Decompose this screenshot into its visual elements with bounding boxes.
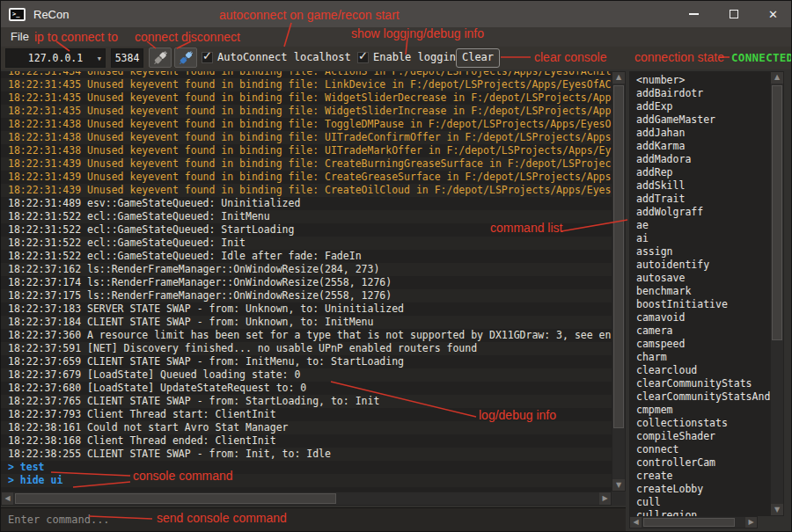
log-line: 18:22:31:438 Unused keyevent found in bi…	[1, 144, 612, 157]
window-title: ReCon	[33, 8, 69, 21]
command-list[interactable]: <number>addBairdotraddExpaddGameMasterad…	[629, 71, 770, 516]
disconnect-button[interactable]	[174, 47, 197, 68]
command-list-item[interactable]: charm	[629, 351, 770, 364]
check-icon: ✓	[358, 49, 368, 62]
log-line: 18:22:37:680 [LoadState] UpdateStateRequ…	[1, 382, 612, 395]
autoconnect-label: AutoConnect localhost	[217, 51, 351, 63]
scrollbar-thumb[interactable]	[643, 518, 735, 527]
command-list-item[interactable]: addKarma	[629, 140, 770, 153]
command-list-item[interactable]: addBairdotr	[629, 87, 770, 100]
logging-label: Enable logging	[373, 51, 462, 63]
scroll-right-icon[interactable]: ▶	[599, 492, 611, 505]
scroll-left-icon[interactable]: ◀	[2, 492, 13, 505]
command-list-item[interactable]: ae	[629, 219, 770, 232]
annotation-connect: connect disconnect	[135, 30, 240, 44]
log-line: 18:22:31:435 Unused keyevent found in bi…	[1, 105, 612, 118]
command-list-item[interactable]: addTrait	[629, 193, 770, 206]
command-list-item[interactable]: ai	[629, 232, 770, 245]
scroll-right-icon[interactable]: ▶	[745, 517, 757, 528]
console-icon: >_	[9, 8, 26, 21]
command-input[interactable]: Enter command...	[1, 507, 626, 532]
command-list-item[interactable]: cull	[629, 496, 770, 509]
log-line: 18:22:31:434 Unused keyevent found in bi…	[1, 71, 612, 78]
log-output[interactable]: 18:22:31:434 Unused keyevent found in bi…	[1, 71, 612, 492]
command-list-item[interactable]: addSkill	[629, 179, 770, 193]
minimize-icon	[689, 13, 699, 15]
scroll-down-icon[interactable]: ▼	[612, 479, 625, 491]
command-list-item[interactable]: connect	[629, 443, 770, 456]
log-line: 18:22:38:255 CLIENT STATE SWAP - from: I…	[1, 448, 612, 461]
annotation-command-list: command list	[490, 221, 562, 235]
command-list-item[interactable]: autoidentify	[629, 259, 770, 272]
command-list-item[interactable]: clearCommunityStatsAndA	[629, 390, 770, 404]
command-list-horizontal-scrollbar[interactable]: ◀ ▶	[629, 516, 758, 528]
command-list-item[interactable]: camavoid	[629, 311, 770, 324]
clear-button[interactable]: Clear	[456, 48, 500, 68]
scrollbar-thumb[interactable]	[772, 85, 782, 340]
annotation-logging: show logging/debug info	[351, 26, 484, 40]
maximize-icon	[730, 10, 738, 18]
log-line: 18:22:38:161 Could not start Avro Stat M…	[1, 421, 612, 434]
command-list-item[interactable]: createLobby	[629, 483, 770, 496]
log-line: 18:22:37:184 CLIENT STATE SWAP - from: U…	[1, 316, 612, 329]
log-line: 18:22:38:168 Client Thread ended: Client…	[1, 434, 612, 448]
annotation-autoconnect: autoconnect on game/recon start	[219, 8, 400, 22]
scrollbar-corner	[612, 492, 626, 506]
annotation-send-command: send console command	[157, 511, 287, 525]
log-line: > test	[1, 461, 612, 474]
log-horizontal-scrollbar[interactable]: ◀ ▶	[1, 492, 612, 506]
command-list-item[interactable]: assign	[629, 245, 770, 259]
command-list-item[interactable]: compileShader	[629, 430, 770, 443]
command-list-item[interactable]: clearcloud	[629, 364, 770, 377]
command-list-item[interactable]: addGameMaster	[629, 113, 770, 127]
scroll-up-icon[interactable]: ▲	[612, 72, 625, 84]
annotation-clear: clear console	[534, 50, 607, 64]
check-icon: ✓	[202, 49, 212, 62]
ip-combobox[interactable]: 127.0.0.1 ▼	[5, 48, 106, 68]
scroll-up-icon[interactable]: ▲	[771, 72, 783, 84]
menu-file[interactable]: File	[8, 30, 32, 43]
log-line: 18:22:31:439 Unused keyevent found in bi…	[1, 157, 612, 171]
minimize-button[interactable]	[674, 1, 714, 27]
command-list-item[interactable]: benchmark	[629, 285, 770, 298]
command-list-item[interactable]: cullregion	[629, 509, 770, 516]
command-list-item[interactable]: collectionstats	[629, 417, 770, 430]
ip-value: 127.0.0.1	[28, 52, 83, 64]
command-list-vertical-scrollbar[interactable]: ▲ ▼	[770, 71, 784, 516]
log-line: 18:22:31:522 ecl::GameStateQueued: Idle …	[1, 250, 612, 263]
log-line: 18:22:31:438 Unused keyevent found in bi…	[1, 118, 612, 131]
command-list-item[interactable]: create	[629, 470, 770, 483]
command-list-item[interactable]: addJahan	[629, 127, 770, 140]
command-list-item[interactable]: boostInitiative	[629, 298, 770, 311]
command-list-item[interactable]: controllerCam	[629, 456, 770, 470]
log-line: 18:22:31:522 ecl::GameStateQueued: Init	[1, 237, 612, 250]
chevron-down-icon[interactable]: ▼	[98, 50, 101, 68]
maximize-button[interactable]	[714, 1, 753, 27]
command-list-item[interactable]: camspeed	[629, 338, 770, 351]
command-list-item[interactable]: cmpmem	[629, 404, 770, 417]
autoconnect-checkbox[interactable]: ✓	[202, 52, 213, 63]
close-button[interactable]: ✕	[753, 1, 792, 27]
scroll-left-icon[interactable]: ◀	[630, 517, 642, 528]
logging-checkbox[interactable]: ✓	[357, 52, 369, 63]
log-line: 18:22:31:439 Unused keyevent found in bi…	[1, 171, 612, 184]
command-list-item[interactable]: <number>	[629, 74, 770, 87]
command-list-item[interactable]: addRep	[629, 166, 770, 179]
command-list-item[interactable]: autosave	[629, 272, 770, 285]
scrollbar-thumb[interactable]	[15, 493, 336, 504]
scrollbar-thumb[interactable]	[613, 85, 624, 428]
command-list-item[interactable]: clearCommunityStats	[629, 377, 770, 390]
scroll-down-icon[interactable]: ▼	[771, 504, 783, 515]
command-list-item[interactable]: addMadora	[629, 153, 770, 166]
connection-status: CONNECTED	[731, 51, 792, 64]
log-line: 18:22:37:174 ls::RenderFrameManager::OnW…	[1, 276, 612, 289]
command-list-item[interactable]: addWolgraff	[629, 206, 770, 219]
command-list-item[interactable]: addExp	[629, 100, 770, 113]
connect-plug-icon	[151, 49, 169, 67]
log-vertical-scrollbar[interactable]: ▲ ▼	[612, 71, 626, 492]
log-line: 18:22:31:439 Unused keyevent found in bi…	[1, 184, 612, 197]
port-value: 5384	[115, 52, 140, 64]
connect-button[interactable]	[149, 47, 172, 68]
port-input[interactable]: 5384	[111, 48, 143, 68]
command-list-item[interactable]: camera	[629, 324, 770, 338]
